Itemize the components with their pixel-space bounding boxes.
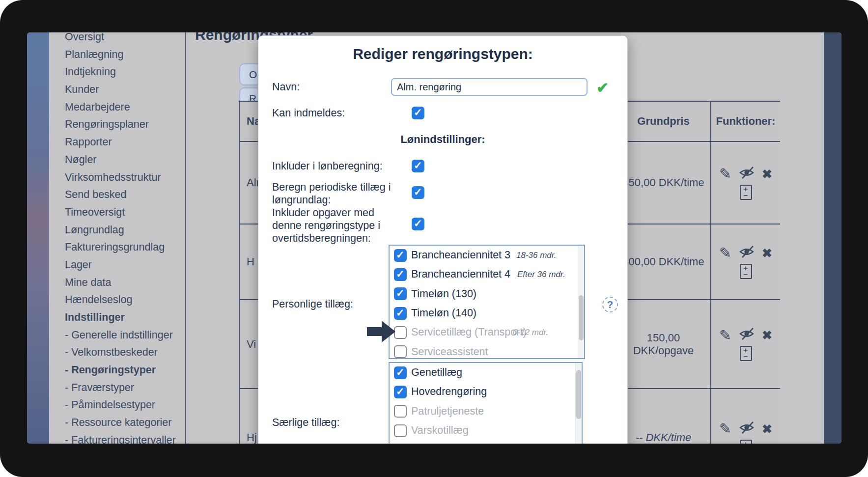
checkbox-checked[interactable] [394, 249, 407, 262]
list-item[interactable]: Genetillæg [390, 363, 582, 382]
list-item[interactable]: Patruljetjeneste [390, 402, 582, 421]
right-edge-strip [824, 32, 841, 444]
left-decor-strip [27, 32, 49, 444]
checkbox-unchecked[interactable] [394, 345, 407, 358]
sidebar-item-ressource-kategorier[interactable]: - Ressource kategorier [65, 414, 183, 432]
kan-indmeldes-label: Kan indmeldes: [272, 107, 397, 119]
modal-title: Rediger rengøringstypen: [258, 46, 627, 62]
sidebar-item-rengoeringsplaner[interactable]: Rengøringsplaner [65, 116, 183, 134]
adjust-price-plus-minus-icon[interactable]: +− [740, 440, 752, 444]
column-header-grundpris: Grundpris [616, 102, 710, 141]
sidebar-item-faktureringsgrundlag[interactable]: Faktureringsgrundlag [65, 239, 183, 256]
sidebar-item-generelle-indstillinger[interactable]: - Generelle indstillinger [65, 327, 183, 344]
scrollbar-track[interactable] [578, 246, 584, 358]
list-item-label: Timeløn (140) [411, 307, 476, 319]
checkbox-checked[interactable] [394, 287, 407, 300]
table-row-functions: ✎ ✖ +− [711, 389, 780, 444]
edit-pencil-icon[interactable]: ✎ [719, 421, 731, 436]
sidebar-item-indstillinger[interactable]: Indstillinger [65, 309, 183, 327]
sidebar-item-rengoeringstyper[interactable]: - Rengøringstyper [65, 362, 183, 379]
sidebar-item-rapporter[interactable]: Rapporter [65, 134, 183, 151]
sidebar-item-fravaerstyper[interactable]: - Fraværstyper [65, 379, 183, 397]
sidebar-item-timeoversigt[interactable]: Timeoversigt [65, 204, 183, 222]
edit-pencil-icon[interactable]: ✎ [719, 246, 731, 260]
sidebar-item-send-besked[interactable]: Send besked [65, 186, 183, 204]
delete-x-icon[interactable]: ✖ [762, 168, 772, 180]
inkluder-opgaver-checkbox[interactable] [412, 218, 424, 230]
list-item-note: 0-12 mdr. [513, 328, 548, 337]
kan-indmeldes-checkbox[interactable] [412, 107, 424, 119]
list-item-label: Serviceassistent [411, 346, 488, 358]
sidebar-item-velkomstbeskeder[interactable]: - Velkomstbeskeder [65, 344, 183, 362]
checkbox-checked[interactable] [394, 386, 407, 398]
navn-label: Navn: [272, 81, 397, 93]
list-item[interactable]: Brancheanciennitet 3 18-36 mdr. [390, 246, 584, 265]
table-row-functions: ✎ ✖ +− [711, 142, 780, 224]
hide-eye-slash-icon[interactable] [739, 421, 755, 437]
personlige-tillaeg-list: Brancheanciennitet 3 18-36 mdr. Branchea… [389, 245, 585, 359]
checkbox-checked[interactable] [394, 366, 407, 379]
checkbox-checked[interactable] [394, 307, 407, 320]
table-row-functions: ✎ ✖ +− [711, 224, 780, 299]
list-item[interactable]: Brancheanciennitet 4 Efter 36 mdr. [390, 265, 584, 284]
beregn-periodiske-checkbox[interactable] [412, 186, 424, 199]
list-item[interactable]: Servicetillæg (Transport) 0-12 mdr. [390, 323, 584, 342]
edit-pencil-icon[interactable]: ✎ [719, 328, 731, 343]
list-item[interactable]: Hovedrengøring [390, 382, 582, 401]
list-item-label: Varskotillæg [411, 424, 469, 437]
sidebar-item-loengrundlag[interactable]: Løngrundlag [65, 222, 183, 239]
table-row-functions: ✎ ✖ +− [711, 300, 780, 388]
list-item-label: Brancheanciennitet 3 [411, 249, 510, 261]
checkbox-unchecked[interactable] [394, 405, 407, 418]
delete-x-icon[interactable]: ✖ [762, 247, 772, 259]
sidebar-item-indtjekning[interactable]: Indtjekning [65, 63, 183, 81]
inkluder-loenberegning-label: Inkluder i lønberegning: [272, 160, 397, 172]
adjust-price-plus-minus-icon[interactable]: +− [740, 185, 752, 200]
hide-eye-slash-icon[interactable] [739, 327, 755, 343]
device-frame: Oversigt Planlægning Indtjekning Kunder … [0, 0, 868, 477]
inkluder-loenberegning-checkbox[interactable] [412, 160, 424, 172]
hide-eye-slash-icon[interactable] [739, 166, 755, 182]
column-header-funktioner: Funktioner: [711, 102, 780, 141]
checkbox-unchecked[interactable] [394, 326, 407, 339]
sidebar-item-haendelseslog[interactable]: Hændelseslog [65, 291, 183, 309]
sidebar-item-lager[interactable]: Lager [65, 256, 183, 274]
adjust-price-plus-minus-icon[interactable]: +− [740, 264, 752, 279]
sidebar-item-medarbejdere[interactable]: Medarbejdere [65, 99, 183, 116]
list-item[interactable]: Serviceassistent [390, 342, 584, 359]
personlige-tillaeg-label: Personlige tillæg: [272, 298, 397, 310]
list-item-label: Patruljetjeneste [411, 405, 484, 418]
list-item-note: 18-36 mdr. [516, 251, 557, 260]
scrollbar-thumb[interactable] [579, 295, 584, 340]
scrollbar-track[interactable] [575, 363, 582, 444]
sidebar-item-faktureringsintervaller[interactable]: - Faktureringsintervaller [65, 432, 183, 444]
scrollbar-thumb[interactable] [576, 370, 581, 419]
list-item-label: Genetillæg [411, 366, 462, 379]
checkbox-unchecked[interactable] [394, 424, 407, 437]
sidebar-item-noegler[interactable]: Nøgler [65, 151, 183, 169]
list-item[interactable]: Varskotillæg [390, 421, 582, 440]
saerlige-tillaeg-label: Særlige tillæg: [272, 416, 397, 429]
list-item[interactable]: Timeløn (130) [390, 284, 584, 304]
navn-input[interactable] [391, 78, 588, 96]
sidebar-item-paamindelsestyper[interactable]: - Påmindelsestyper [65, 396, 183, 414]
checkbox-checked[interactable] [394, 268, 407, 281]
list-item-label: Hovedrengøring [411, 386, 487, 398]
adjust-price-plus-minus-icon[interactable]: +− [740, 346, 752, 361]
screenshot-canvas: Oversigt Planlægning Indtjekning Kunder … [0, 0, 868, 477]
sidebar-item-oversigt[interactable]: Oversigt [65, 32, 183, 46]
delete-x-icon[interactable]: ✖ [762, 423, 772, 435]
table-row-price: 150,00 DKK/opgave [616, 300, 710, 388]
delete-x-icon[interactable]: ✖ [762, 329, 772, 341]
list-item[interactable]: Asbesttillæg [390, 440, 582, 444]
sidebar-item-planlaegning[interactable]: Planlægning [65, 46, 183, 64]
sidebar-item-virksomhedsstruktur[interactable]: Virksomhedsstruktur [65, 169, 183, 187]
sidebar-item-mine-data[interactable]: Mine data [65, 274, 183, 292]
hide-eye-slash-icon[interactable] [739, 245, 755, 261]
sidebar-item-kunder[interactable]: Kunder [65, 81, 183, 99]
edit-pencil-icon[interactable]: ✎ [719, 167, 731, 181]
help-question-icon[interactable]: ? [602, 297, 618, 312]
valid-check-icon: ✔ [596, 79, 609, 96]
list-item-label: Brancheanciennitet 4 [411, 268, 510, 281]
list-item[interactable]: Timeløn (140) [390, 304, 584, 323]
